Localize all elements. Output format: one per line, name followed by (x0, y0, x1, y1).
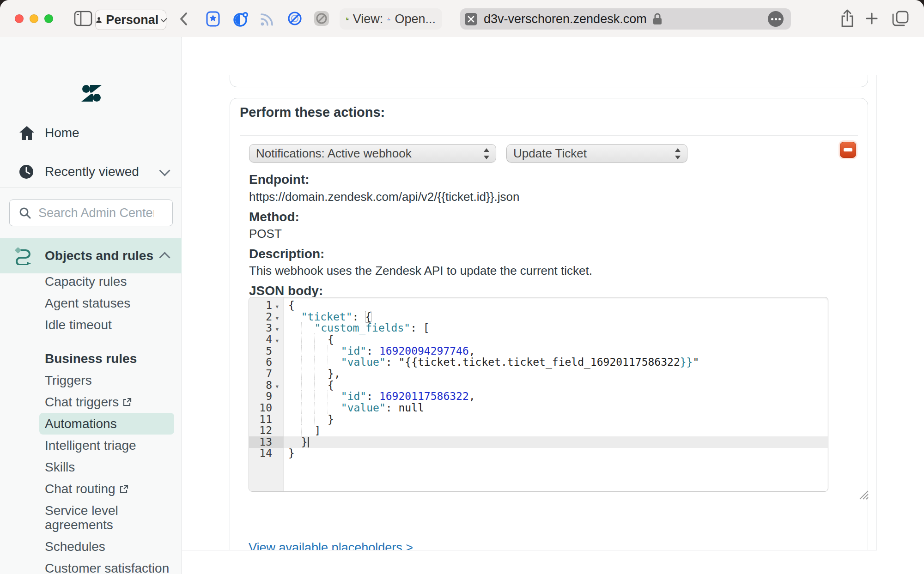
json-body-editor[interactable]: 1▾{2▾ "ticket": {3▾ "custom_fields": [4▾… (249, 297, 828, 492)
json-body-label: JSON body: (249, 284, 323, 298)
fold-arrow-icon[interactable]: ▾ (275, 312, 280, 324)
sidebar-divider (0, 187, 182, 188)
sidebar-item-recently-viewed[interactable]: Recently viewed (0, 161, 182, 183)
tab-overview-button[interactable] (892, 10, 909, 27)
code-text: } (288, 436, 309, 448)
new-tab-button[interactable] (865, 12, 879, 25)
line-number: 7 (249, 368, 272, 380)
chevron-down-icon (161, 16, 167, 22)
tab-title-view: View: (353, 12, 383, 26)
code-text: "custom_fields": [ (288, 322, 430, 334)
sidebar-item-capacity-rules[interactable]: Capacity rules (0, 271, 182, 292)
sidebar-toggle-icon[interactable] (74, 10, 92, 27)
content-blocker-gray-icon[interactable] (314, 11, 329, 26)
code-line-11[interactable]: 11 } (249, 414, 828, 425)
main-content: Perform these actions: Notifications: Ac… (182, 75, 877, 550)
sidebar-section-objects-and-rules[interactable]: Objects and rules (0, 238, 182, 273)
close-window-button[interactable] (15, 14, 24, 23)
action-select[interactable]: Update Ticket (506, 144, 687, 163)
bookmark-star-extension-icon[interactable] (206, 11, 220, 27)
view-placeholders-link[interactable]: View available placeholders > (249, 541, 413, 550)
code-text: "id": 16920117586322, (288, 391, 475, 402)
profile-button[interactable]: Personal (95, 10, 166, 30)
code-line-9[interactable]: 9 "id": 16920117586322, (249, 391, 828, 402)
sidebar-item-label: Customer satisfaction (45, 561, 169, 574)
code-line-4[interactable]: 4▾ { (249, 334, 828, 345)
sidebar-item-label: Agent statuses (45, 296, 130, 310)
remove-action-button[interactable] (840, 142, 856, 158)
line-number: 13 (249, 436, 272, 448)
sidebar-item-agent-statuses[interactable]: Agent statuses (0, 292, 182, 314)
code-text: "ticket": { (288, 311, 371, 323)
sidebar-item-label: Capacity rules (45, 274, 127, 289)
sidebar-item-schedules[interactable]: Schedules (0, 536, 182, 557)
admin-search[interactable] (9, 199, 173, 226)
sidebar-item-triggers[interactable]: Triggers (0, 369, 182, 391)
back-button[interactable] (178, 12, 189, 26)
sidebar-section-label: Objects and rules (45, 248, 153, 263)
person-icon (96, 15, 102, 25)
content-blocker-blue-icon[interactable] (287, 11, 302, 26)
sidebar-item-label: Automations (45, 417, 117, 431)
chevron-down-icon (159, 165, 170, 176)
sidebar-item-chat-triggers[interactable]: Chat triggers (0, 391, 182, 413)
code-line-7[interactable]: 7 }, (249, 368, 828, 380)
share-button[interactable] (840, 9, 855, 28)
code-line-10[interactable]: 10 "value": null (249, 402, 828, 414)
clock-icon (18, 164, 34, 180)
method-label: Method: (249, 210, 299, 224)
line-number: 11 (249, 414, 272, 425)
code-text: }, (288, 368, 340, 380)
search-input[interactable] (37, 205, 155, 221)
sidebar-item-intelligent-triage[interactable]: Intelligent triage (0, 435, 182, 456)
explore-favicon (346, 13, 349, 25)
sidebar-item-label: Skills (45, 460, 75, 474)
blue-logo-extension-icon[interactable] (233, 11, 249, 27)
line-number: 6 (249, 356, 272, 368)
code-line-6[interactable]: 6 "value": "{{ticket.ticket.ticket_field… (249, 356, 828, 368)
code-line-1[interactable]: 1▾{ (249, 300, 828, 311)
minus-icon (844, 148, 852, 151)
method-value: POST (249, 227, 282, 241)
webhook-select-value: Notifications: Active webhook (256, 146, 412, 161)
external-link-icon (122, 398, 132, 407)
code-line-8[interactable]: 8▾ { (249, 380, 828, 391)
line-number: 2 (249, 311, 272, 323)
code-text: "id": 16920094297746, (288, 345, 475, 357)
code-line-2[interactable]: 2▾ "ticket": { (249, 311, 828, 323)
sidebar-item-chat-routing[interactable]: Chat routing (0, 478, 182, 500)
stepper-arrows-icon (483, 148, 490, 160)
sidebar-item-label: Intelligent triage (45, 438, 136, 453)
sidebar-item-home[interactable]: Home (0, 122, 182, 144)
minimize-window-button[interactable] (30, 14, 38, 23)
code-line-3[interactable]: 3▾ "custom_fields": [ (249, 322, 828, 334)
code-line-12[interactable]: 12 ] (249, 425, 828, 436)
webhook-select[interactable]: Notifications: Active webhook (249, 144, 496, 163)
sidebar-item-customer-satisfaction[interactable]: Customer satisfaction (0, 557, 182, 574)
code-line-5[interactable]: 5 "id": 16920094297746, (249, 345, 828, 357)
line-number: 3 (249, 322, 272, 334)
zoom-window-button[interactable] (44, 14, 53, 23)
address-bar[interactable]: d3v-verschoren.zendesk.com (460, 8, 791, 30)
code-line-14[interactable]: 14} (249, 447, 828, 459)
browser-tab[interactable]: View: Open... (340, 8, 442, 30)
sidebar-item-label: Chat routing (45, 482, 116, 496)
fold-arrow-icon[interactable]: ▾ (275, 323, 280, 335)
profile-label: Personal (106, 13, 158, 27)
code-line-13[interactable]: 13 } (249, 436, 828, 448)
sidebar-item-service-level-agreements[interactable]: Service level agreements (0, 500, 182, 536)
line-number: 10 (249, 402, 272, 414)
previous-card-bottom (230, 75, 868, 87)
fold-arrow-icon[interactable]: ▾ (275, 381, 280, 392)
sidebar-item-skills[interactable]: Skills (0, 456, 182, 478)
sidebar-item-label: Service level agreements (45, 503, 118, 532)
fold-arrow-icon[interactable]: ▾ (275, 301, 280, 312)
resize-grip-icon[interactable] (857, 488, 869, 500)
page-settings-button[interactable] (768, 11, 784, 27)
sidebar-item-automations[interactable]: Automations (39, 413, 174, 435)
sidebar-item-idle-timeout[interactable]: Idle timeout (0, 314, 182, 336)
rss-extension-icon[interactable] (260, 11, 275, 27)
sidebar-item-label: Chat triggers (45, 395, 119, 409)
fold-arrow-icon[interactable]: ▾ (275, 335, 280, 346)
line-number: 9 (249, 391, 272, 402)
